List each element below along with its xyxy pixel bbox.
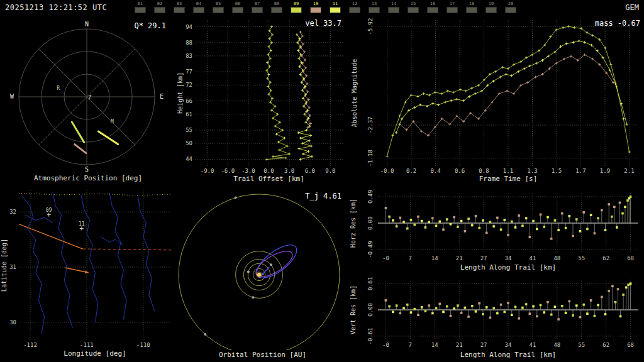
orbital-title: Orbital Position [AU] [176,351,349,359]
svg-text:-5.92: -5.92 [367,18,374,35]
frame-05[interactable]: 05 [211,1,225,13]
svg-text:-9.0: -9.0 [201,168,214,173]
svg-text:1.5: 1.5 [552,168,562,173]
svg-text:88: 88 [186,40,192,46]
svg-text:Height [km]: Height [km] [177,72,184,114]
frame-label: 07 [255,1,260,6]
frame-09[interactable]: 09 [289,1,303,13]
frame-box [310,7,321,13]
svg-text:-111: -111 [80,342,94,348]
svg-text:55: 55 [186,127,192,133]
svg-text:-6.0: -6.0 [221,168,235,173]
atmospheric-title: Atmospheric Position [deg] [0,174,176,182]
light-curve-plot: -0.00.20.40.60.81.11.31.51.71.92.1-5.92-… [349,15,644,173]
frame-label: 08 [274,1,279,6]
frame-02[interactable]: 02 [153,1,167,13]
frame-box [369,7,380,13]
vert-res-xlabel: Length Along Trail [km] [378,351,638,359]
svg-text:62: 62 [602,342,609,348]
svg-text:-0.61: -0.61 [367,327,374,344]
frame-20[interactable]: 20 [504,1,518,13]
frame-label: 01 [138,1,143,6]
velocity-value: vel 33.7 [305,19,341,28]
svg-text:68: 68 [627,342,634,348]
svg-text:E: E [160,93,164,100]
residuals-plot: -071421273441485562680.490.00-0.49Horz R… [349,185,644,362]
frame-box [466,7,477,13]
svg-text:6.0: 6.0 [305,168,315,173]
frame-box [252,7,263,13]
frame-06[interactable]: 06 [231,1,245,13]
atmospheric-plot: NESWZRM [0,15,176,173]
svg-text:1.9: 1.9 [600,168,610,173]
svg-text:0.00: 0.00 [367,303,374,317]
svg-text:11: 11 [79,221,85,227]
svg-text:Horz Res [km]: Horz Res [km] [350,199,357,248]
frame-14[interactable]: 14 [387,1,401,13]
frame-19[interactable]: 19 [484,1,498,13]
frame-17[interactable]: 17 [445,1,459,13]
svg-text:1.1: 1.1 [503,168,513,173]
frame-15[interactable]: 15 [406,1,420,13]
frame-12[interactable]: 12 [348,1,362,13]
frame-01[interactable]: 01 [133,1,147,13]
frame-label: 04 [196,1,201,6]
frame-07[interactable]: 07 [250,1,264,13]
svg-text:Vert Res [km]: Vert Res [km] [350,285,357,334]
frame-label: 14 [391,1,396,6]
frame-08[interactable]: 08 [270,1,284,13]
frame-box [349,7,360,13]
svg-text:21: 21 [456,255,463,261]
longitude-xlabel: Longitude [deg] [19,349,171,358]
frame-box [193,7,204,13]
svg-text:55: 55 [578,342,585,348]
svg-text:72: 72 [186,82,192,88]
frame-label: 06 [235,1,240,6]
tisserand-value: T_j 4.61 [305,192,341,200]
shower-code: GEM [625,3,639,12]
frame-label: 10 [313,1,318,6]
frame-box [232,7,243,13]
panel-orbital-position: T_j 4.61 Orbital Position [AU] [176,185,349,362]
svg-text:44: 44 [186,156,192,162]
frame-16[interactable]: 16 [426,1,440,13]
frame-label: 11 [333,1,338,6]
svg-text:-2.37: -2.37 [367,116,374,133]
svg-text:-0.49: -0.49 [367,241,374,258]
svg-text:Latitude [deg]: Latitude [deg] [1,239,8,292]
frame-box [271,7,282,13]
frame-box [174,7,185,13]
horz-res-xlabel: Length Along Trail [km] [378,263,638,272]
svg-text:0.0: 0.0 [264,168,274,173]
svg-text:0.4: 0.4 [430,168,440,173]
frame-label: 18 [469,1,474,6]
svg-text:83: 83 [186,53,192,59]
frame-label: 02 [157,1,162,6]
frame-11[interactable]: 11 [328,1,342,13]
frame-label: 03 [177,1,182,6]
panel-ground-track: -112-111-110323130Latitude [deg]0911 Lon… [0,185,176,362]
frame-box [154,7,165,13]
frame-label: 12 [352,1,357,6]
panel-atmospheric-position: NESWZRM Q* 29.1 Atmospheric Position [de… [0,15,176,185]
svg-text:0.61: 0.61 [367,277,374,290]
svg-text:68: 68 [627,255,634,261]
svg-text:1.3: 1.3 [527,168,537,173]
svg-text:34: 34 [505,342,512,348]
svg-text:-0: -0 [382,342,389,348]
frame-10[interactable]: 10 [309,1,323,13]
frame-13[interactable]: 13 [367,1,381,13]
frame-label: 20 [508,1,513,6]
frame-03[interactable]: 03 [172,1,186,13]
svg-text:2.1: 2.1 [624,168,634,173]
frame-04[interactable]: 04 [192,1,206,13]
frame-18[interactable]: 18 [465,1,479,13]
frame-label: 05 [216,1,221,6]
svg-text:-0.0: -0.0 [380,168,394,173]
svg-text:55: 55 [578,255,585,261]
svg-text:S: S [85,166,89,173]
trail-offset-xlabel: Trail Offset [km] [195,175,343,183]
svg-text:27: 27 [480,255,487,261]
frame-label: 09 [294,1,299,6]
map-plot: -112-111-110323130Latitude [deg]0911 [0,185,176,349]
